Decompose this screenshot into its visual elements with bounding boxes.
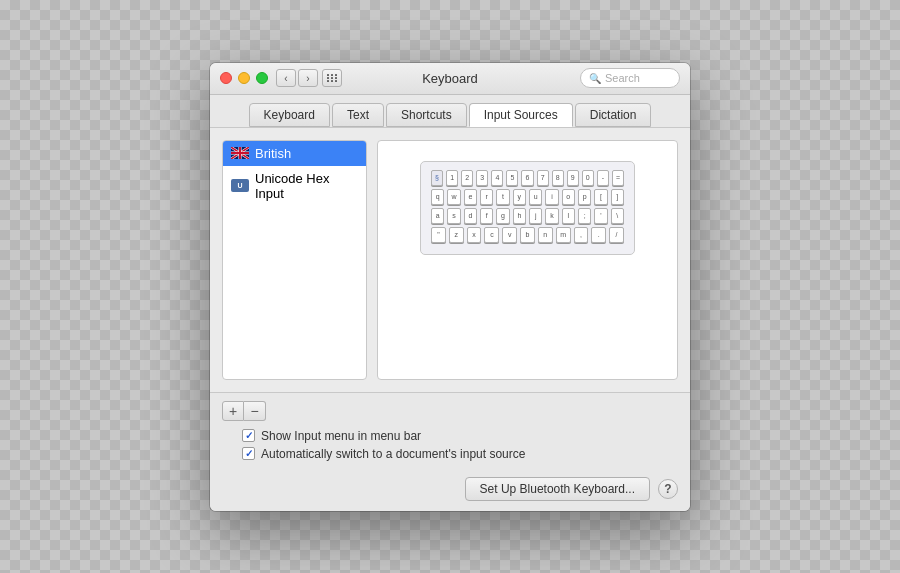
content-area: British U Unicode Hex Input § 1 2 3 4 5 …	[210, 128, 690, 392]
kb-key: c	[484, 227, 499, 243]
back-button[interactable]: ‹	[276, 69, 296, 87]
kb-key: ]	[611, 189, 624, 205]
add-remove-row: + −	[222, 401, 678, 421]
bottom-bar: + − Show Input menu in menu bar Automati…	[210, 392, 690, 469]
checkbox-row-1: Show Input menu in menu bar	[242, 429, 678, 443]
search-placeholder: Search	[605, 72, 640, 84]
kb-key: k	[545, 208, 558, 224]
kb-key: 5	[506, 170, 518, 186]
main-panel: § 1 2 3 4 5 6 7 8 9 0 - = q w e	[377, 140, 678, 380]
forward-button[interactable]: ›	[298, 69, 318, 87]
search-icon: 🔍	[589, 73, 601, 84]
tab-input-sources[interactable]: Input Sources	[469, 103, 573, 127]
maximize-button[interactable]	[256, 72, 268, 84]
kb-key: q	[431, 189, 444, 205]
kb-key: w	[447, 189, 460, 205]
kb-key: -	[597, 170, 609, 186]
kb-key: ;	[578, 208, 591, 224]
tab-shortcuts[interactable]: Shortcuts	[386, 103, 467, 127]
kb-key: 9	[567, 170, 579, 186]
nav-buttons: ‹ ›	[276, 69, 318, 87]
kb-key: p	[578, 189, 591, 205]
tabs-bar: Keyboard Text Shortcuts Input Sources Di…	[210, 95, 690, 128]
tab-keyboard[interactable]: Keyboard	[249, 103, 330, 127]
traffic-lights	[220, 72, 268, 84]
uk-flag-icon	[231, 147, 249, 159]
kb-key: f	[480, 208, 493, 224]
kb-key: 4	[491, 170, 503, 186]
kb-key: =	[612, 170, 624, 186]
remove-source-button[interactable]: −	[244, 401, 266, 421]
help-button[interactable]: ?	[658, 479, 678, 499]
kb-row-2: q w e r t y u i o p [ ]	[431, 189, 624, 205]
input-sources-sidebar: British U Unicode Hex Input	[222, 140, 367, 380]
kb-key: m	[556, 227, 571, 243]
window-title: Keyboard	[422, 71, 478, 86]
kb-key: z	[449, 227, 464, 243]
kb-key: 0	[582, 170, 594, 186]
kb-key: h	[513, 208, 526, 224]
kb-row-1: § 1 2 3 4 5 6 7 8 9 0 - =	[431, 170, 624, 186]
kb-key: [	[594, 189, 607, 205]
checkbox-row-2: Automatically switch to a document's inp…	[242, 447, 678, 461]
kb-key: 3	[476, 170, 488, 186]
kb-key: n	[538, 227, 553, 243]
kb-key: t	[496, 189, 509, 205]
search-box[interactable]: 🔍 Search	[580, 68, 680, 88]
kb-key: j	[529, 208, 542, 224]
kb-key: d	[464, 208, 477, 224]
kb-key: /	[609, 227, 624, 243]
show-input-menu-checkbox[interactable]	[242, 429, 255, 442]
show-input-menu-label: Show Input menu in menu bar	[261, 429, 421, 443]
grid-button[interactable]	[322, 69, 342, 87]
kb-key: o	[562, 189, 575, 205]
kb-key: r	[480, 189, 493, 205]
checkboxes: Show Input menu in menu bar Automaticall…	[242, 429, 678, 461]
keyboard-preview: § 1 2 3 4 5 6 7 8 9 0 - = q w e	[420, 161, 635, 255]
kb-key: s	[447, 208, 460, 224]
kb-key: 6	[521, 170, 533, 186]
add-source-button[interactable]: +	[222, 401, 244, 421]
kb-key: i	[545, 189, 558, 205]
kb-key: e	[464, 189, 477, 205]
bottom-actions: Set Up Bluetooth Keyboard... ?	[210, 469, 690, 511]
tab-dictation[interactable]: Dictation	[575, 103, 652, 127]
keyboard-preferences-window: ‹ › Keyboard 🔍 Search Keyboard Text Shor…	[210, 63, 690, 511]
kb-key: a	[431, 208, 444, 224]
kb-key: '	[594, 208, 607, 224]
tab-text[interactable]: Text	[332, 103, 384, 127]
minimize-button[interactable]	[238, 72, 250, 84]
grid-icon	[327, 74, 338, 82]
kb-key: y	[513, 189, 526, 205]
bluetooth-keyboard-button[interactable]: Set Up Bluetooth Keyboard...	[465, 477, 650, 501]
sidebar-item-british[interactable]: British	[223, 141, 366, 166]
kb-key: ,	[574, 227, 589, 243]
kb-row-4: " z x c v b n m , . /	[431, 227, 624, 243]
sidebar-item-unicode[interactable]: U Unicode Hex Input	[223, 166, 366, 206]
auto-switch-checkbox[interactable]	[242, 447, 255, 460]
kb-key: b	[520, 227, 535, 243]
kb-key: 1	[446, 170, 458, 186]
kb-key: "	[431, 227, 446, 243]
kb-key: x	[467, 227, 482, 243]
kb-key: §	[431, 170, 443, 186]
kb-key: \	[611, 208, 624, 224]
kb-key: l	[562, 208, 575, 224]
kb-key: .	[591, 227, 606, 243]
unicode-icon: U	[231, 179, 249, 192]
kb-key: 8	[552, 170, 564, 186]
sidebar-item-unicode-label: Unicode Hex Input	[255, 171, 358, 201]
auto-switch-label: Automatically switch to a document's inp…	[261, 447, 525, 461]
close-button[interactable]	[220, 72, 232, 84]
kb-key: v	[502, 227, 517, 243]
kb-row-3: a s d f g h j k l ; ' \	[431, 208, 624, 224]
kb-key: 7	[537, 170, 549, 186]
titlebar: ‹ › Keyboard 🔍 Search	[210, 63, 690, 95]
kb-key: g	[496, 208, 509, 224]
sidebar-item-british-label: British	[255, 146, 291, 161]
kb-key: u	[529, 189, 542, 205]
kb-key: 2	[461, 170, 473, 186]
